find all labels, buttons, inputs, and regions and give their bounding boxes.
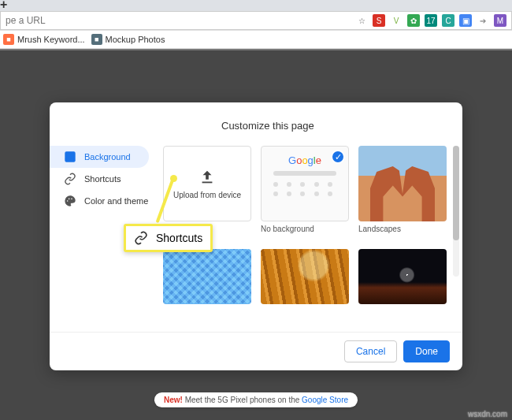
upload-icon [198,169,216,186]
done-button[interactable]: Done [403,340,450,362]
sidebar-item-label: Background [84,152,131,162]
bookmark-favicon: ■ [91,34,102,45]
google-logo: Google [288,154,321,166]
svg-point-2 [69,199,70,200]
palette-icon [64,195,76,207]
no-background-label: No background [261,225,349,233]
bookmark-label: Mockup Photos [106,35,165,44]
new-tab-plus-icon[interactable]: + [0,0,7,12]
bookmark-favicon: ■ [3,34,14,45]
bookmarks-bar[interactable]: ■Mrush Keyword...■Mockup Photos [0,30,512,49]
link-icon [134,231,148,245]
tab-strip[interactable]: + [0,0,512,11]
svg-point-3 [71,199,72,200]
sidebar-item-background[interactable]: Background [50,146,149,168]
ext-teal[interactable]: C [442,14,454,27]
ext-purple[interactable]: M [494,14,506,27]
dialog-footer: Cancel Done [50,332,462,370]
scroll-thumb[interactable] [453,146,459,240]
ext-green1[interactable]: ✿ [407,14,420,27]
promo-text: Meet the 5G Pixel phones on the [183,396,302,404]
promo-banner[interactable]: New! Meet the 5G Pixel phones on the Goo… [154,392,358,407]
callout-label: Shortcuts [156,232,202,244]
mini-shortcut-grid [273,182,336,196]
ext-red[interactable]: S [373,14,385,27]
upload-label: Upload from device [173,191,241,199]
ext-green2[interactable]: 17 [425,14,437,27]
cancel-button[interactable]: Cancel [344,340,397,362]
svg-point-1 [67,200,69,202]
omnibox-placeholder: pe a URL [6,15,46,26]
ext-check[interactable]: V [390,14,403,27]
ext-arrow[interactable]: ➔ [477,14,489,27]
bookmark-item[interactable]: ■Mrush Keyword... [3,34,85,45]
customize-dialog: Customize this page Background Shortcuts… [50,102,462,370]
no-background-tile[interactable]: ✓ Google [261,146,349,221]
upload-tile[interactable]: Upload from device [163,146,251,221]
image-icon [64,151,76,163]
address-bar[interactable]: pe a URL ☆SV✿17C▣➔M [0,11,512,30]
watermark: wsxdn.com [468,410,507,418]
promo-link[interactable]: Google Store [302,396,348,404]
scrollbar[interactable] [453,146,459,277]
theme-thumb-1[interactable] [163,249,251,304]
sidebar-item-shortcuts[interactable]: Shortcuts [50,168,149,190]
svg-rect-4 [202,181,213,183]
star-icon[interactable]: ☆ [355,14,368,27]
theme-thumb-3[interactable] [358,249,447,304]
sidebar-item-color-theme[interactable]: Color and theme [50,190,149,212]
bookmark-label: Mrush Keyword... [17,35,85,44]
landscapes-tile[interactable] [358,146,447,221]
bookmark-item[interactable]: ■Mockup Photos [91,34,165,45]
sidebar-item-label: Color and theme [84,196,148,206]
dialog-title: Customize this page [50,102,462,135]
sidebar-item-label: Shortcuts [84,174,121,184]
check-icon: ✓ [331,150,345,164]
theme-thumb-2[interactable] [261,249,349,304]
ext-blue[interactable]: ▣ [459,14,472,27]
shortcuts-callout: Shortcuts [124,224,213,252]
landscapes-label: Landscapes [358,225,447,233]
mini-searchbar [273,171,336,176]
link-icon [64,173,76,185]
extension-icons: ☆SV✿17C▣➔M [355,14,506,27]
promo-new-label: New! [164,396,183,404]
